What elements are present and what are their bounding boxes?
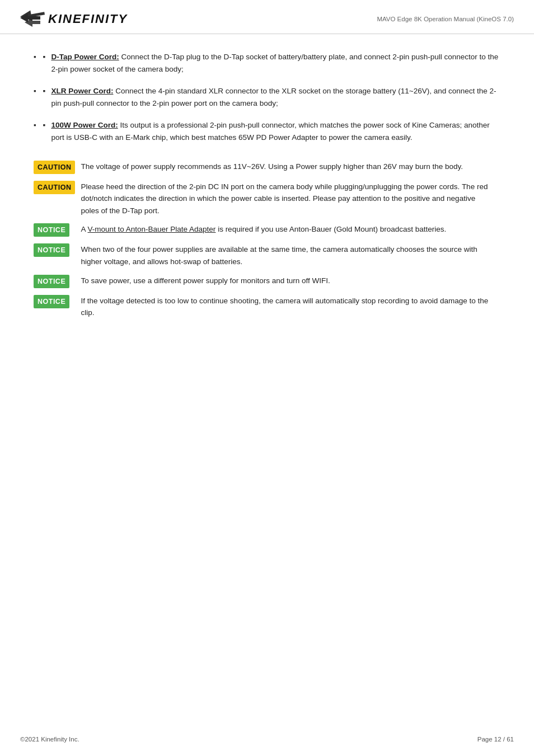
notice-badge: NOTICE <box>34 275 69 288</box>
power-cord-list: ▪ D-Tap Power Cord: Connect the D-Tap pl… <box>34 51 500 144</box>
notice-row: NOTICE To save power, use a different po… <box>34 271 500 292</box>
notice-text: A V-mount to Anton-Bauer Plate Adapter i… <box>81 225 446 233</box>
list-item: ▪ 100W Power Cord: Its output is a profe… <box>34 119 500 143</box>
caution-badge: CAUTION <box>34 161 75 174</box>
notice-badge: NOTICE <box>34 243 69 257</box>
logo-area: KINEFINITY <box>20 10 128 28</box>
notice-row: NOTICE When two of the four power suppli… <box>34 240 500 271</box>
list-item-label: D-Tap Power Cord: <box>51 53 119 61</box>
badge-cell: NOTICE <box>34 240 81 271</box>
notice-text: When two of the four power supplies are … <box>81 245 477 266</box>
notice-text-cell: Please heed the direction of the 2-pin D… <box>81 177 500 220</box>
copyright-text: ©2021 Kinefinity Inc. <box>20 736 79 743</box>
badge-cell: NOTICE <box>34 271 81 292</box>
notice-badge: NOTICE <box>34 223 69 237</box>
bullet-icon: ▪ <box>43 119 46 132</box>
list-item-text: D-Tap Power Cord: Connect the D-Tap plug… <box>51 51 500 75</box>
notice-text-cell: A V-mount to Anton-Bauer Plate Adapter i… <box>81 220 500 240</box>
notice-text: To save power, use a different power sup… <box>81 276 330 285</box>
bullet-icon: ▪ <box>43 51 46 63</box>
notice-row: CAUTION Please heed the direction of the… <box>34 177 500 220</box>
list-item-label: 100W Power Cord: <box>51 121 118 129</box>
notices-table: CAUTION The voltage of power supply reco… <box>34 157 500 322</box>
notice-row: CAUTION The voltage of power supply reco… <box>34 157 500 177</box>
caution-badge: CAUTION <box>34 181 75 194</box>
notice-text-cell: If the voltage detected is too low to co… <box>81 292 500 322</box>
badge-cell: CAUTION <box>34 157 81 177</box>
notice-row: NOTICE A V-mount to Anton-Bauer Plate Ad… <box>34 220 500 240</box>
page-number: Page 12 / 61 <box>477 736 514 743</box>
badge-cell: NOTICE <box>34 220 81 240</box>
notice-text-cell: The voltage of power supply recommends a… <box>81 157 500 177</box>
notice-row: NOTICE If the voltage detected is too lo… <box>34 292 500 322</box>
header-subtitle: MAVO Edge 8K Operation Manual (KineOS 7.… <box>377 16 514 22</box>
logo-text: KINEFINITY <box>48 12 128 26</box>
notice-text: The voltage of power supply recommends a… <box>81 162 463 171</box>
page-footer: ©2021 Kinefinity Inc. Page 12 / 61 <box>20 736 514 743</box>
page-header: KINEFINITY MAVO Edge 8K Operation Manual… <box>0 0 534 34</box>
notice-text-cell: When two of the four power supplies are … <box>81 240 500 271</box>
kinefinity-logo-icon <box>20 10 45 28</box>
list-item-text: XLR Power Cord: Connect the 4-pin standa… <box>51 85 500 109</box>
bullet-icon: ▪ <box>43 85 46 97</box>
notice-text: Please heed the direction of the 2-pin D… <box>81 182 488 215</box>
main-content: ▪ D-Tap Power Cord: Connect the D-Tap pl… <box>0 34 534 345</box>
list-item-text: 100W Power Cord: Its output is a profess… <box>51 119 500 143</box>
list-item-body: Connect the 4-pin standard XLR connector… <box>51 87 496 107</box>
list-item: ▪ XLR Power Cord: Connect the 4-pin stan… <box>34 85 500 109</box>
notice-text-cell: To save power, use a different power sup… <box>81 271 500 292</box>
list-item: ▪ D-Tap Power Cord: Connect the D-Tap pl… <box>34 51 500 75</box>
notice-badge: NOTICE <box>34 295 69 308</box>
notice-text: If the voltage detected is too low to co… <box>81 297 488 317</box>
list-item-label: XLR Power Cord: <box>51 87 113 95</box>
badge-cell: NOTICE <box>34 292 81 322</box>
badge-cell: CAUTION <box>34 177 81 220</box>
